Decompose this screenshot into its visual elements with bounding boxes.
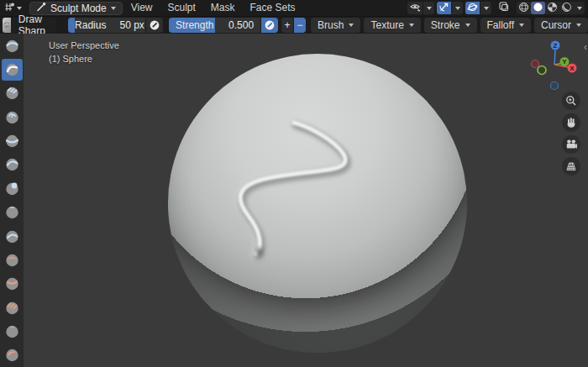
falloff-dropdown[interactable]: Falloff <box>480 18 531 33</box>
tool-clay-strips[interactable] <box>2 106 23 128</box>
texture-dropdown[interactable]: Texture <box>364 18 420 33</box>
shading-wireframe-button[interactable] <box>517 2 531 14</box>
smooth-brush-icon <box>4 228 20 244</box>
gizmo-minus-y-ball[interactable] <box>538 66 546 75</box>
solid-sphere-icon <box>533 2 543 15</box>
sphere-object[interactable] <box>168 54 467 353</box>
stylus-pressure-icon <box>264 19 276 31</box>
top-menu-bar: Sculpt Mode View Sculpt Mask Face Sets <box>0 0 588 16</box>
chevron-down-icon <box>465 24 470 27</box>
gizmos-dropdown[interactable] <box>452 2 463 14</box>
shading-solid-button[interactable] <box>531 2 545 14</box>
chevron-down-icon <box>427 7 432 10</box>
texture-dropdown-label: Texture <box>370 19 403 31</box>
wireframe-sphere-icon <box>518 2 529 15</box>
viewport-nav-buttons <box>562 92 580 176</box>
gizmo-y-ball[interactable]: Y <box>560 57 570 66</box>
sidebar-region-toggle[interactable]: ‹ <box>583 42 588 52</box>
menu-face-sets[interactable]: Face Sets <box>244 0 302 16</box>
shading-material-button[interactable] <box>545 2 559 14</box>
fill-brush-icon <box>4 275 20 291</box>
perspective-toggle-button[interactable] <box>562 157 580 176</box>
pinch-brush-icon <box>4 323 20 339</box>
scrape-brush-icon <box>4 300 20 316</box>
tool-pinch[interactable] <box>2 320 23 342</box>
brush-dropdown[interactable]: Brush <box>311 18 360 33</box>
show-gizmos-toggle[interactable] <box>437 2 451 14</box>
brush-preview-icon <box>3 18 11 33</box>
tool-clay[interactable] <box>2 82 23 104</box>
tool-inflate[interactable] <box>2 154 23 176</box>
radius-slider[interactable]: Radius 50 px <box>68 18 145 33</box>
tool-blob[interactable] <box>2 177 23 199</box>
draw-sharp-brush-icon <box>4 61 20 77</box>
magnifier-plus-icon <box>565 95 577 107</box>
view-perspective-label: User Perspective <box>49 39 119 52</box>
pan-button[interactable] <box>562 113 580 132</box>
mode-selector-label: Sculpt Mode <box>50 3 107 14</box>
menu-mask[interactable]: Mask <box>204 0 242 16</box>
tool-crease[interactable] <box>2 202 23 223</box>
direction-subtract-button[interactable]: − <box>294 18 306 33</box>
direction-add-button[interactable]: + <box>281 18 293 33</box>
clay-strips-brush-icon <box>4 109 20 125</box>
tool-scrape[interactable] <box>2 296 23 318</box>
blob-brush-icon <box>4 181 20 197</box>
strength-slider[interactable]: Strength 0.500 <box>169 18 260 33</box>
brush-dropdown-label: Brush <box>318 19 344 31</box>
brush-toolbar <box>0 34 24 367</box>
chevron-down-icon <box>576 24 581 27</box>
strength-group: Strength 0.500 <box>169 18 278 33</box>
shading-mode-group <box>517 2 585 14</box>
chevron-down-icon <box>577 7 582 10</box>
overlays-dropdown[interactable] <box>480 2 491 14</box>
viewport-3d[interactable]: User Perspective (1) Sphere Z <box>24 34 588 367</box>
viewport-info-text: User Perspective (1) Sphere <box>49 39 119 66</box>
tool-layer[interactable] <box>2 130 23 152</box>
gizmo-z-ball[interactable]: Z <box>551 41 560 50</box>
stroke-dropdown-label: Stroke <box>431 19 460 31</box>
sculpt-brush-icon <box>36 2 46 14</box>
xray-toggle[interactable] <box>496 2 512 14</box>
strength-label: Strength <box>169 19 220 31</box>
cursor-dropdown[interactable]: Cursor <box>534 18 588 33</box>
tool-fill[interactable] <box>2 273 23 295</box>
chevron-down-icon <box>455 7 460 10</box>
camera-icon <box>565 139 577 150</box>
object-visibility-button[interactable] <box>407 2 423 14</box>
gizmo-minus-z-ball[interactable] <box>551 82 559 90</box>
editor-type-selector[interactable] <box>3 2 24 14</box>
strength-pressure-toggle[interactable] <box>261 18 278 33</box>
chevron-down-icon <box>17 7 22 10</box>
tool-smooth[interactable] <box>2 225 23 247</box>
tool-grab[interactable] <box>2 344 23 366</box>
gizmo-x-ball[interactable]: X <box>568 64 577 73</box>
shading-rendered-button[interactable] <box>559 2 574 14</box>
shading-dropdown[interactable] <box>574 2 585 14</box>
stroke-dropdown[interactable]: Stroke <box>424 18 477 33</box>
menu-sculpt[interactable]: Sculpt <box>161 0 202 16</box>
camera-view-button[interactable] <box>562 135 580 154</box>
crease-brush-icon <box>4 204 20 220</box>
gizmo-minus-x-ball[interactable] <box>532 60 539 68</box>
brush-thumbnail[interactable] <box>3 18 11 33</box>
show-overlays-toggle[interactable] <box>465 2 480 14</box>
eye-icon <box>409 2 421 14</box>
gizmo-y-label: Y <box>562 58 567 66</box>
direction-group: + − <box>281 18 306 33</box>
tool-settings-bar: Draw Sharp Radius 50 px Strength 0.500 <box>0 16 588 34</box>
zoom-button[interactable] <box>562 92 580 110</box>
brush-name-field[interactable]: Draw Sharp <box>12 18 56 33</box>
chevron-down-icon <box>111 7 116 10</box>
object-visibility-dropdown[interactable] <box>423 2 434 14</box>
menu-view[interactable]: View <box>124 0 160 16</box>
tool-draw[interactable] <box>2 34 23 56</box>
cursor-dropdown-label: Cursor <box>541 19 571 31</box>
tool-flatten[interactable] <box>2 249 23 270</box>
radius-pressure-toggle[interactable] <box>146 18 163 33</box>
stylus-pressure-icon <box>149 19 160 31</box>
tool-draw-sharp[interactable] <box>2 59 23 81</box>
active-object-label: (1) Sphere <box>49 52 119 66</box>
layer-brush-icon <box>4 133 20 149</box>
navigation-gizmo[interactable]: Z Y X <box>528 35 581 92</box>
